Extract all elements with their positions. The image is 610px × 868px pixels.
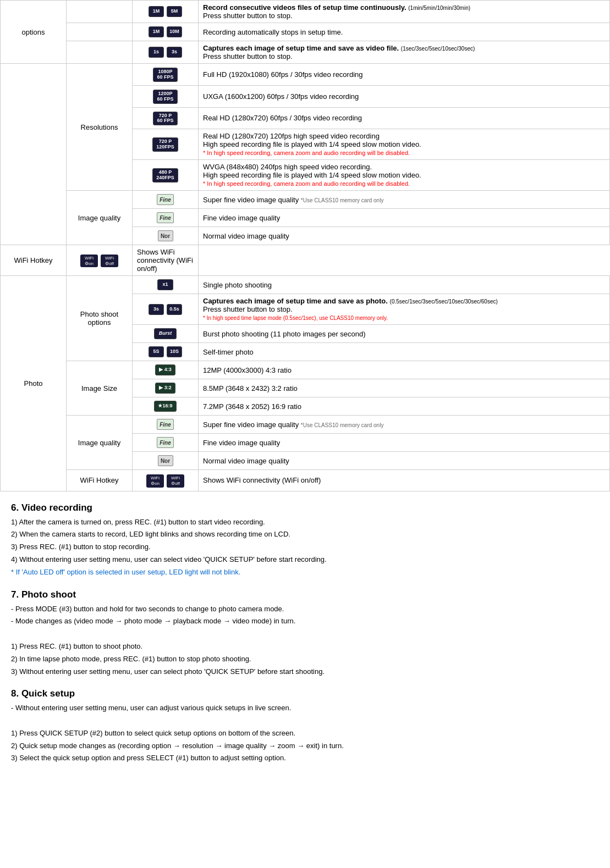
subcategory-empty3 (67, 41, 133, 64)
icon-1m5m: 1M5M (133, 1, 199, 23)
icon-480p240: 480 P240FPS (133, 160, 199, 191)
desc-fine-video: Fine video image quality (199, 209, 610, 227)
section-8-heading: 8. Quick setup (6, 688, 604, 699)
desc-nor-video: Normal video image quality (199, 227, 610, 245)
desc-1080p: Full HD (1920x1080) 60fps / 30fps video … (199, 64, 610, 86)
desc-1s3s: Captures each image of setup time and sa… (199, 41, 610, 64)
s7-blank (11, 628, 599, 640)
desc-superfine-video: Super fine video image quality *Use CLAS… (199, 191, 610, 209)
s8-p2: 1) Press QUICK SETUP (#2) button to sele… (11, 728, 599, 739)
desc-72mp: 7.2MP (3648 x 2052) 16:9 ratio (199, 397, 610, 416)
subcategory-empty2 (67, 23, 133, 41)
s6-p5: * If 'Auto LED off' option is selected i… (11, 567, 599, 578)
icon-fine-photo: Fine (133, 434, 199, 452)
section-6-body: 1) After the camera is turned on, press … (6, 517, 604, 578)
section-8: 8. Quick setup - Without entering user s… (0, 688, 610, 764)
table-row: Image Size ▶ 4:3 12MP (4000x3000) 4:3 ra… (1, 361, 610, 379)
table-row: Photo Photo shoot options x1 Single phot… (1, 276, 610, 294)
subcategory-resolutions: Resolutions (67, 64, 133, 191)
page-wrap: options 1M5M Record consecutive videos f… (0, 0, 610, 764)
category-options: options (1, 1, 67, 64)
category-empty-resolutions (1, 64, 67, 245)
icon-3s05s: 3s0.5s (133, 294, 199, 325)
desc-85mp: 8.5MP (3648 x 2432) 3:2 ratio (199, 379, 610, 397)
desc-fine-photo: Fine video image quality (199, 434, 610, 452)
icon-wifi-video: WiFi⚙on WiFi⚙off (67, 245, 133, 276)
section-6-heading: 6. Video recording (6, 502, 604, 513)
s7-p5: 3) Without entering user setting menu, u… (11, 666, 599, 678)
subcategory-image-quality-video: Image quality (67, 191, 133, 245)
s8-p3: 2) Quick setup mode changes as (recordin… (11, 740, 599, 752)
icon-43: ▶ 4:3 (133, 361, 199, 379)
desc-timelapse-photo: Captures each image of setup time and sa… (199, 294, 610, 325)
icon-fine-video: Fine (133, 209, 199, 227)
s8-blank (11, 715, 599, 727)
icon-nor-video: Nor (133, 227, 199, 245)
icon-32: ▶ 3:2 (133, 379, 199, 397)
section-6: 6. Video recording 1) After the camera i… (0, 502, 610, 578)
s7-p4: 2) In time lapse photo mode, press REC. … (11, 654, 599, 665)
table-row: Image quality Fine Super fine video imag… (1, 191, 610, 209)
table-row: WiFi Hotkey WiFi⚙on WiFi⚙off Shows WiFi … (1, 470, 610, 491)
icon-x1: x1 (133, 276, 199, 294)
subcategory-photo-shoot-options: Photo shoot options (67, 276, 133, 361)
category-photo: Photo (1, 276, 67, 491)
icon-nor-photo: Nor (133, 452, 199, 470)
subcategory-empty (67, 1, 133, 23)
desc-12mp: 12MP (4000x3000) 4:3 ratio (199, 361, 610, 379)
desc-selftimer: Self-timer photo (199, 343, 610, 361)
icon-selftimer: 5S10S (133, 343, 199, 361)
subcategory-wifi-hotkey-photo: WiFi Hotkey (67, 470, 133, 491)
desc-1m10m: Recording automatically stops in setup t… (199, 23, 610, 41)
desc-nor-photo: Normal video image quality (199, 452, 610, 470)
table-row: 1s3s Captures each image of setup time a… (1, 41, 610, 64)
icon-1080p: 1080P60 FPS (133, 64, 199, 86)
s6-p3: 3) Press REC. (#1) button to stop record… (11, 541, 599, 553)
desc-wifi-video: Shows WiFi connectivity (WiFi on/off) (133, 245, 199, 276)
s7-p2: - Mode changes as (video mode → photo mo… (11, 616, 599, 627)
desc-wifi-photo: Shows WiFi connectivity (WiFi on/off) (199, 470, 610, 491)
icon-1m10m: 1M10M (133, 23, 199, 41)
section-8-body: - Without entering user setting menu, us… (6, 703, 604, 764)
icon-burst: Burst (133, 325, 199, 343)
subcategory-image-quality-photo: Image quality (67, 416, 133, 470)
section-7-body: - Press MODE (#3) button and hold for tw… (6, 604, 604, 678)
icon-1s3s: 1s3s (133, 41, 199, 64)
icon-720p60: 720 P60 FPS (133, 107, 199, 129)
icon-wifi-photo: WiFi⚙on WiFi⚙off (133, 470, 199, 491)
s6-p4: 4) Without entering user setting menu, u… (11, 554, 599, 566)
subcategory-wifi-hotkey-video: WiFi Hotkey (1, 245, 67, 276)
desc-480p240: WVGA (848x480) 240fps high speed video r… (199, 160, 610, 191)
desc-720p120: Real HD (1280x720) 120fps high speed vid… (199, 129, 610, 160)
s7-p1: - Press MODE (#3) button and hold for tw… (11, 604, 599, 615)
section-7: 7. Photo shoot - Press MODE (#3) button … (0, 589, 610, 678)
table-row: 1M10M Recording automatically stops in s… (1, 23, 610, 41)
icon-fine-star-photo: Fine (133, 416, 199, 434)
table-row: options 1M5M Record consecutive videos f… (1, 1, 610, 23)
section-7-heading: 7. Photo shoot (6, 589, 604, 600)
desc-superfine-photo: Super fine video image quality *Use CLAS… (199, 416, 610, 434)
subcategory-image-size: Image Size (67, 361, 133, 416)
table-row: Resolutions 1080P60 FPS Full HD (1920x10… (1, 64, 610, 86)
s7-p3: 1) Press REC. (#1) button to shoot photo… (11, 641, 599, 653)
table-row: Image quality Fine Super fine video imag… (1, 416, 610, 434)
s6-p1: 1) After the camera is turned on, press … (11, 517, 599, 528)
s6-p2: 2) When the camera starts to record, LED… (11, 529, 599, 540)
desc-720p60: Real HD (1280x720) 60fps / 30fps video r… (199, 107, 610, 129)
icon-1200p: 1200P60 FPS (133, 85, 199, 107)
s8-p4: 3) Select the quick setup option and pre… (11, 753, 599, 764)
table-row: WiFi Hotkey WiFi⚙on WiFi⚙off Shows WiFi … (1, 245, 610, 276)
icon-720p120: 720 P120FPS (133, 129, 199, 160)
main-table: options 1M5M Record consecutive videos f… (0, 0, 610, 491)
s8-p1: - Without entering user setting menu, us… (11, 703, 599, 714)
desc-single-photo: Single photo shooting (199, 276, 610, 294)
desc-1m5m: Record consecutive videos files of setup… (199, 1, 610, 23)
icon-169: ★16:9 (133, 397, 199, 416)
desc-1200p: UXGA (1600x1200) 60fps / 30fps video rec… (199, 85, 610, 107)
icon-fine-star: Fine (133, 191, 199, 209)
desc-burst: Burst photo shooting (11 photo images pe… (199, 325, 610, 343)
